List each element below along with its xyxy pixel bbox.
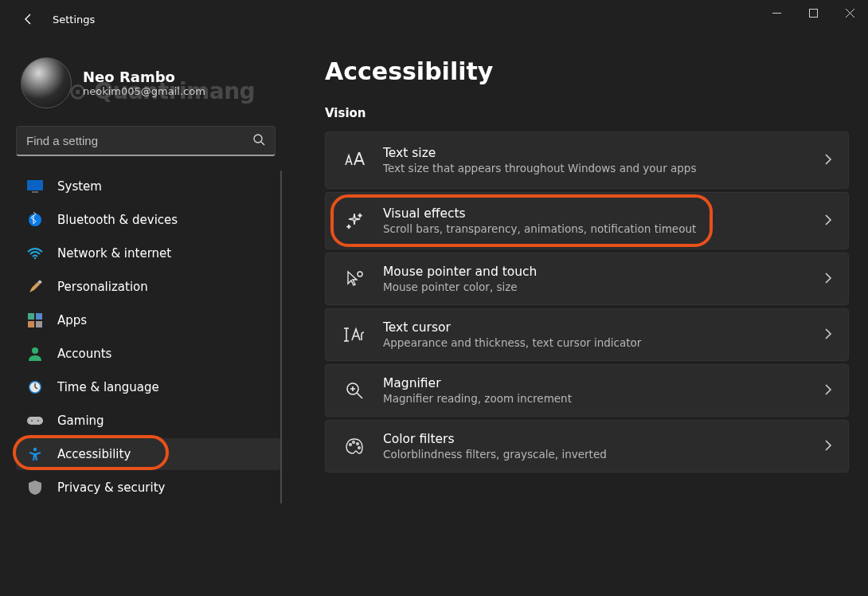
card-color-filters[interactable]: Color filters Colorblindness filters, gr… xyxy=(325,420,849,472)
wifi-icon xyxy=(27,245,43,261)
card-title: Visual effects xyxy=(383,206,807,221)
svg-point-32 xyxy=(350,444,352,446)
nav: System Bluetooth & devices Network & int… xyxy=(16,171,280,504)
svg-point-4 xyxy=(254,135,262,143)
sidebar-item-label: Apps xyxy=(57,313,87,327)
card-subtitle: Mouse pointer color, size xyxy=(383,280,807,293)
sidebar-item-network[interactable]: Network & internet xyxy=(16,237,280,269)
chevron-right-icon xyxy=(824,327,832,343)
svg-rect-13 xyxy=(28,321,34,327)
card-visual-effects[interactable]: Visual effects Scroll bars, transparency… xyxy=(325,192,849,249)
magnifier-icon xyxy=(343,379,366,402)
card-text-cursor[interactable]: Text cursor Appearance and thickness, te… xyxy=(325,308,849,361)
card-title: Mouse pointer and touch xyxy=(383,265,807,279)
search-box[interactable] xyxy=(16,126,276,156)
card-text-size[interactable]: Text size Text size that appears through… xyxy=(325,131,849,189)
sidebar-item-label: Time & language xyxy=(57,380,159,394)
text-size-icon xyxy=(343,149,366,171)
person-icon xyxy=(27,346,43,362)
sidebar-item-bluetooth[interactable]: Bluetooth & devices xyxy=(16,204,280,236)
nav-scrollbar[interactable] xyxy=(280,171,282,504)
sidebar-item-label: Gaming xyxy=(57,414,104,428)
avatar xyxy=(21,57,72,108)
svg-line-5 xyxy=(261,142,264,145)
sidebar-item-gaming[interactable]: Gaming xyxy=(16,405,280,437)
accessibility-icon xyxy=(27,446,43,462)
card-subtitle: Magnifier reading, zoom increment xyxy=(383,392,807,405)
window-title: Settings xyxy=(53,14,95,25)
sidebar-item-label: Network & internet xyxy=(57,246,171,261)
search-input[interactable] xyxy=(26,134,246,147)
card-subtitle: Text size that appears throughout Window… xyxy=(383,162,807,174)
sidebar-item-label: System xyxy=(57,179,102,194)
sidebar-item-personalization[interactable]: Personalization xyxy=(16,271,280,303)
sidebar: Neo Rambo neokim005@gmail.com ⊙ Quantrim… xyxy=(0,38,287,596)
chevron-right-icon xyxy=(824,272,832,287)
svg-point-35 xyxy=(358,447,361,449)
svg-point-21 xyxy=(31,420,33,422)
profile-block[interactable]: Neo Rambo neokim005@gmail.com ⊙ Quantrim… xyxy=(21,57,280,108)
profile-name: Neo Rambo xyxy=(83,69,205,85)
chevron-right-icon xyxy=(824,439,832,454)
sidebar-item-privacy[interactable]: Privacy & security xyxy=(16,472,280,504)
sidebar-item-label: Personalization xyxy=(57,280,148,294)
svg-point-33 xyxy=(353,441,355,444)
sidebar-item-apps[interactable]: Apps xyxy=(16,304,280,336)
text-cursor-icon xyxy=(343,323,366,346)
svg-rect-14 xyxy=(36,321,42,327)
svg-point-8 xyxy=(29,214,41,226)
clock-icon xyxy=(27,379,43,395)
card-subtitle: Colorblindness filters, grayscale, inver… xyxy=(383,448,807,461)
card-subtitle: Appearance and thickness, text cursor in… xyxy=(383,336,807,349)
svg-rect-7 xyxy=(32,191,38,193)
chevron-right-icon xyxy=(824,153,832,168)
palette-icon xyxy=(343,435,366,457)
display-icon xyxy=(27,178,43,194)
card-magnifier[interactable]: Magnifier Magnifier reading, zoom increm… xyxy=(325,364,849,417)
cursor-icon xyxy=(343,268,366,290)
sidebar-item-time[interactable]: Time & language xyxy=(16,371,280,403)
sparkle-icon xyxy=(343,210,366,232)
apps-icon xyxy=(27,312,43,328)
search-icon xyxy=(252,133,265,148)
profile-email: neokim005@gmail.com xyxy=(83,85,205,97)
svg-point-34 xyxy=(357,443,359,445)
card-subtitle: Scroll bars, transparency, animations, n… xyxy=(383,222,807,235)
paintbrush-icon xyxy=(27,279,43,295)
svg-rect-11 xyxy=(28,313,34,320)
maximize-button[interactable] xyxy=(795,0,831,25)
bluetooth-icon xyxy=(27,212,43,228)
titlebar: Settings xyxy=(0,0,868,38)
sidebar-item-label: Accounts xyxy=(57,347,111,361)
svg-rect-1 xyxy=(809,9,817,17)
svg-point-9 xyxy=(34,257,37,260)
section-label: Vision xyxy=(325,106,849,120)
chevron-right-icon xyxy=(824,383,832,398)
svg-point-23 xyxy=(33,448,37,451)
main-panel: Accessibility Vision Text size Text size… xyxy=(287,38,868,596)
chevron-right-icon xyxy=(824,214,832,229)
sidebar-item-accessibility[interactable]: Accessibility xyxy=(16,438,280,470)
svg-point-15 xyxy=(32,347,38,354)
svg-rect-20 xyxy=(27,417,43,425)
page-title: Accessibility xyxy=(325,57,849,85)
sidebar-item-label: Bluetooth & devices xyxy=(57,213,178,227)
svg-rect-12 xyxy=(36,313,42,320)
svg-point-22 xyxy=(37,420,39,422)
sidebar-item-label: Accessibility xyxy=(57,447,131,461)
gamepad-icon xyxy=(27,413,43,429)
card-mouse-pointer[interactable]: Mouse pointer and touch Mouse pointer co… xyxy=(325,253,849,305)
svg-point-24 xyxy=(358,272,362,276)
minimize-button[interactable] xyxy=(758,0,795,25)
back-button[interactable] xyxy=(13,3,45,35)
shield-icon xyxy=(27,480,43,496)
svg-line-29 xyxy=(357,393,362,398)
card-title: Magnifier xyxy=(383,376,807,390)
sidebar-item-accounts[interactable]: Accounts xyxy=(16,338,280,370)
svg-rect-6 xyxy=(27,180,43,190)
sidebar-item-label: Privacy & security xyxy=(57,480,165,495)
card-title: Text size xyxy=(383,146,807,160)
window-controls xyxy=(758,0,868,38)
sidebar-item-system[interactable]: System xyxy=(16,171,280,202)
close-button[interactable] xyxy=(831,0,868,25)
